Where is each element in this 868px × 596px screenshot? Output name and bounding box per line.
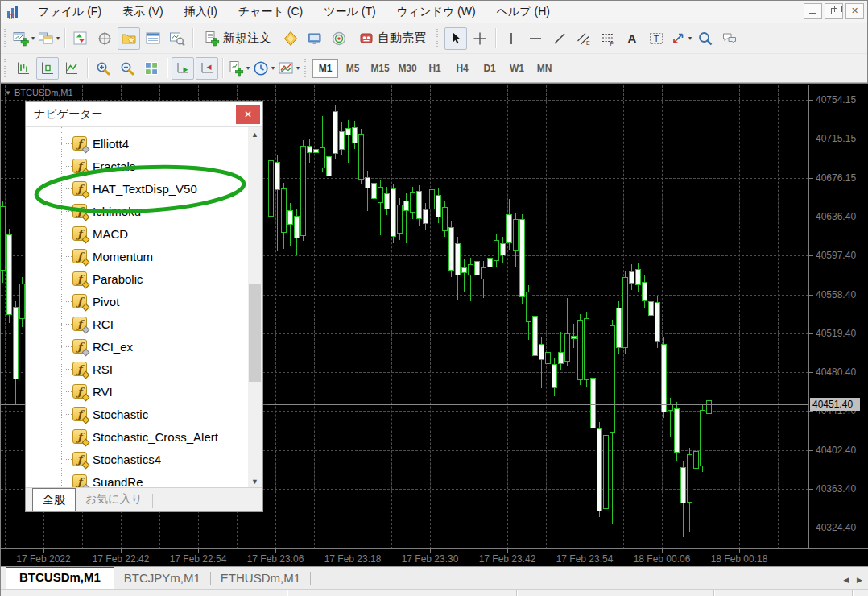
chevron-down-icon[interactable]: ▾: [271, 64, 275, 72]
navigator-item-stochastic[interactable]: ƒStochastic: [27, 403, 249, 425]
trendline-button[interactable]: [548, 27, 571, 50]
navigator-tab-[interactable]: 全般: [32, 488, 76, 511]
autotrading-icon: [358, 31, 374, 47]
periods-button[interactable]: ▾: [252, 57, 275, 80]
menu-item-view[interactable]: 表示 (V): [112, 2, 174, 22]
terminal-button[interactable]: [142, 27, 164, 50]
timeframe-h4-button[interactable]: H4: [449, 59, 475, 78]
bar-chart-button[interactable]: [12, 57, 35, 80]
fibonacci-button[interactable]: F: [597, 27, 619, 50]
indicators-button[interactable]: ▾: [227, 57, 250, 80]
market-watch-button[interactable]: [69, 27, 92, 50]
timeframe-m15-button[interactable]: M15: [367, 59, 393, 78]
navigator-titlebar[interactable]: ナビゲーター ✕: [26, 102, 262, 127]
menu-item-window[interactable]: ウィンドウ (W): [386, 2, 486, 22]
time-tick: [275, 549, 276, 553]
vertical-line-button[interactable]: [500, 27, 523, 50]
candle-body: [519, 219, 525, 297]
new-chart-button[interactable]: ▾: [12, 27, 35, 50]
chevron-down-icon[interactable]: ▾: [688, 35, 692, 42]
chat-button[interactable]: [718, 27, 741, 50]
close-icon[interactable]: ✕: [236, 105, 260, 124]
navigator-item-rci-ex[interactable]: ƒRCI_ex: [27, 335, 249, 358]
navigator-item-ichimoku[interactable]: ƒIchimoku: [27, 200, 249, 222]
navigator-item-fractals[interactable]: ƒFractals: [27, 155, 249, 177]
navigator-item-suandre[interactable]: ƒSuandRe: [27, 470, 249, 488]
auto-scroll-button[interactable]: [172, 57, 194, 80]
toolbar-grip[interactable]: [304, 59, 308, 78]
scroll-right-icon[interactable]: ▶: [857, 576, 862, 584]
restore-button[interactable]: [825, 3, 843, 19]
chevron-down-icon[interactable]: ▾: [56, 35, 60, 42]
crosshair-button[interactable]: [469, 27, 491, 50]
menu-item-tools[interactable]: ツール (T): [313, 2, 386, 22]
navigator-item-momentum[interactable]: ƒMomentum: [27, 245, 249, 267]
line-chart-button[interactable]: [60, 57, 83, 80]
text-label-button[interactable]: T: [645, 27, 668, 50]
navigator-item-hat-textdisp-v50[interactable]: ƒHAT_TextDisp_V50: [27, 177, 249, 200]
navigator-item-rvi[interactable]: ƒRVI: [27, 380, 249, 403]
navigator-item-pivot[interactable]: ƒPivot: [27, 290, 249, 312]
text-button[interactable]: A: [621, 27, 643, 50]
status-divider: [516, 590, 517, 596]
timeframe-mn-button[interactable]: MN: [531, 59, 557, 78]
new-order-button[interactable]: 新規注文: [197, 27, 278, 50]
timeframe-h1-button[interactable]: H1: [422, 59, 448, 78]
time-axis[interactable]: 17 Feb 202217 Feb 22:4217 Feb 22:5417 Fe…: [1, 548, 868, 566]
chevron-down-icon[interactable]: ▾: [296, 64, 300, 72]
chevron-down-icon[interactable]: ▾: [246, 64, 250, 72]
scroll-down-icon[interactable]: ▼: [248, 474, 262, 488]
navigator-item-rci[interactable]: ƒRCI: [27, 312, 249, 335]
menu-item-charts[interactable]: チャート (C): [228, 2, 313, 22]
templates-button[interactable]: ▾: [277, 57, 300, 80]
chart-tab-ethusdm-m1[interactable]: ETHUSDm,M1: [211, 569, 310, 589]
profiles-button[interactable]: ▾: [37, 27, 60, 50]
arrows-button[interactable]: ▾: [669, 27, 692, 50]
minimize-button[interactable]: [804, 3, 822, 19]
strategy-tester-button[interactable]: [166, 27, 188, 50]
toolbar-grip[interactable]: [3, 29, 7, 48]
navigator-item-rsi[interactable]: ƒRSI: [27, 358, 249, 380]
timeframe-w1-button[interactable]: W1: [504, 59, 530, 78]
timeframe-d1-button[interactable]: D1: [477, 59, 502, 78]
magnifier-button[interactable]: [694, 27, 717, 50]
data-window-button[interactable]: [93, 27, 116, 50]
navigator-tab-[interactable]: お気に入り: [76, 489, 152, 511]
timeframe-m1-button[interactable]: M1: [312, 59, 338, 78]
toolbar-grip[interactable]: [3, 59, 7, 78]
timeframe-m30-button[interactable]: M30: [395, 59, 420, 78]
chart-shift-button[interactable]: [196, 57, 218, 80]
horizontal-line-button[interactable]: [524, 27, 547, 50]
price-axis[interactable]: 40754.1540715.1540676.1540636.4040597.40…: [808, 85, 868, 549]
scroll-up-icon[interactable]: ▲: [248, 127, 262, 141]
menu-item-file[interactable]: ファイル (F): [27, 2, 112, 22]
scrollbar-thumb[interactable]: [249, 284, 261, 382]
zoom-out-button[interactable]: [116, 57, 138, 80]
candlestick-chart-button[interactable]: [36, 57, 59, 80]
zoom-in-button[interactable]: [92, 57, 114, 80]
chart-tab-btcusdm-m1[interactable]: BTCUSDm,M1: [6, 567, 114, 589]
cursor-button[interactable]: [444, 27, 467, 50]
close-button[interactable]: ✕: [845, 3, 864, 19]
chart-symbol-label[interactable]: ▼ BTCUSDm,M1: [5, 88, 73, 97]
chart-tab-btcjpym-m1[interactable]: BTCJPYm,M1: [114, 569, 210, 589]
autotrading-button[interactable]: 自動売買: [352, 27, 432, 50]
timeframe-m5-button[interactable]: M5: [340, 59, 366, 78]
chevron-down-icon[interactable]: ▾: [31, 35, 35, 42]
signals-button[interactable]: [328, 27, 350, 50]
navigator-item-stochastic-cross-alert[interactable]: ƒStochastic_Cross_Alert: [27, 425, 249, 448]
community-button[interactable]: [304, 27, 326, 50]
navigator-item-stochastics4[interactable]: ƒStochastics4: [27, 448, 249, 470]
metaeditor-button[interactable]: [279, 27, 302, 50]
navigator-item-elliott4[interactable]: ƒElliott4: [27, 132, 249, 155]
toolbar-grip[interactable]: [436, 29, 440, 48]
navigator-item-parabolic[interactable]: ƒParabolic: [27, 267, 249, 290]
tile-windows-button[interactable]: [140, 57, 163, 80]
navigator-item-macd[interactable]: ƒMACD: [27, 222, 249, 245]
navigator-button[interactable]: [118, 27, 140, 50]
menu-item-help[interactable]: ヘルプ (H): [486, 2, 560, 22]
equidistant-channel-button[interactable]: E: [572, 27, 595, 50]
scroll-left-icon[interactable]: ◀: [843, 576, 849, 584]
menu-item-insert[interactable]: 挿入(I): [174, 2, 228, 22]
scrollbar[interactable]: ▲▼: [248, 127, 262, 488]
